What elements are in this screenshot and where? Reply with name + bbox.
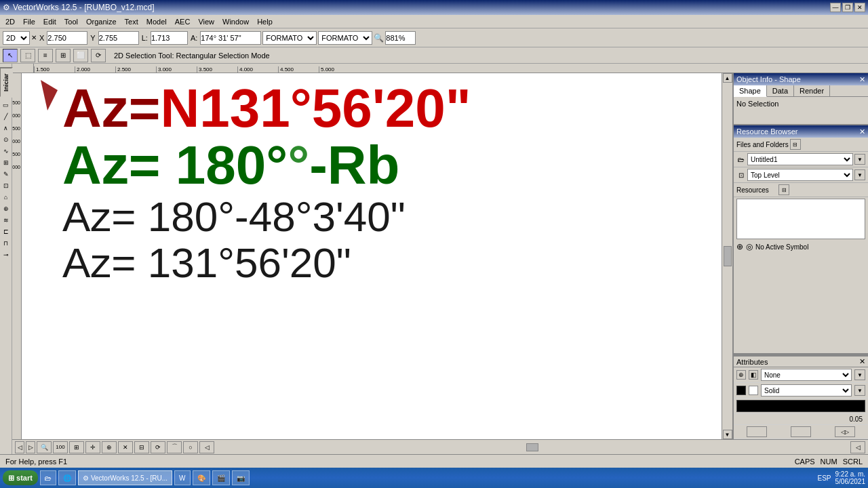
taskbar-vw-item[interactable]: ⚙ VectorWorks 12.5 - [RU...	[78, 470, 172, 485]
left-tool-4[interactable]: ∧	[1, 123, 12, 134]
snap-snap2[interactable]: ⊕	[102, 441, 117, 453]
snap-snap7[interactable]: ○	[183, 441, 198, 453]
left-tool-10[interactable]: ⌂	[1, 192, 12, 203]
canvas-line2: Az= 180°°-Rb	[62, 137, 471, 194]
menu-edit[interactable]: Edit	[39, 16, 60, 27]
attr-color-bar[interactable]	[736, 400, 865, 412]
snap-bottom-right[interactable]: ◁	[850, 441, 865, 453]
attr-close[interactable]: ✕	[859, 357, 865, 366]
menu-aec[interactable]: AEC	[171, 16, 195, 27]
left-tool-12[interactable]: ≋	[1, 215, 12, 226]
vertical-scrollbar[interactable]: ▲ ▼	[722, 73, 732, 439]
formato1-select[interactable]: FORMATO	[262, 31, 317, 45]
snap-zoom-in[interactable]: 🔍	[37, 441, 52, 453]
vscroll-thumb[interactable]	[724, 246, 732, 266]
selection-tool-marquee[interactable]: ⊞	[56, 49, 71, 62]
selection-tool-box[interactable]: ⬜	[73, 49, 88, 62]
attr-thickness-btn3[interactable]: ◁▷	[835, 426, 855, 437]
menu-bar: 2D File Edit Tool Organize Text Model AE…	[0, 15, 868, 28]
snap-left-arr[interactable]: ◁	[15, 441, 24, 453]
close-button[interactable]: ✕	[854, 3, 865, 12]
menu-model[interactable]: Model	[142, 16, 171, 27]
formato2-select[interactable]: FORMATO	[318, 31, 372, 45]
selection-tool-lasso[interactable]: ⬚	[20, 49, 35, 62]
attr-fill-select[interactable]: None	[761, 369, 852, 381]
tab-data[interactable]: Data	[767, 85, 794, 96]
titlebar-controls[interactable]: — ❐ ✕	[830, 3, 865, 12]
snap-snap3[interactable]: ✕	[118, 441, 133, 453]
canvas-area[interactable]: Az=N131°56'20" Az= 180°°-Rb Az= 180°-48°…	[22, 73, 722, 439]
iniciar-button[interactable]: Iniciar	[0, 67, 13, 98]
l-input[interactable]	[151, 31, 188, 45]
start-button[interactable]: ⊞ start	[3, 470, 38, 485]
vscroll-down[interactable]: ▼	[723, 430, 732, 439]
taskbar-app-5[interactable]: 🎬	[212, 470, 230, 485]
rb-level-select[interactable]: Top Level	[747, 169, 853, 181]
menu-help[interactable]: Help	[253, 16, 277, 27]
zoom-input[interactable]	[385, 31, 416, 45]
left-tool-14[interactable]: ⊓	[1, 238, 12, 249]
left-tool-5[interactable]: ⊙	[1, 134, 12, 145]
snap-right-arr[interactable]: ▷	[26, 441, 35, 453]
rb-file-arrow[interactable]: ▼	[854, 154, 865, 165]
tab-render[interactable]: Render	[794, 85, 830, 96]
snap-snap8[interactable]: ◁	[199, 441, 214, 453]
menu-view[interactable]: View	[194, 16, 218, 27]
snap-snap5[interactable]: ⟳	[151, 441, 165, 453]
selection-tool-rotate[interactable]: ⟳	[91, 49, 106, 62]
rb-files-icon[interactable]: ⊟	[790, 139, 801, 150]
selection-tool-polygon[interactable]: ≡	[38, 49, 53, 62]
left-tool-9[interactable]: ⊡	[1, 180, 12, 191]
taskbar-app-1[interactable]: 🗁	[40, 470, 56, 485]
attr-fill-arrow[interactable]: ▼	[854, 369, 865, 380]
snap-snap1[interactable]: ✛	[85, 441, 100, 453]
left-tool-11[interactable]: ⊕	[1, 203, 12, 214]
taskbar-app1-icon: 🗁	[45, 474, 52, 482]
taskbar-vw-icon: ⚙	[83, 474, 89, 482]
menu-organize[interactable]: Organize	[82, 16, 121, 27]
snap-grid[interactable]: ⊞	[69, 441, 84, 453]
rb-level-arrow[interactable]: ▼	[854, 169, 865, 180]
left-tool-7[interactable]: ⊞	[1, 157, 12, 168]
snap-zoom-out[interactable]: 100	[53, 441, 68, 453]
menu-text[interactable]: Text	[121, 16, 142, 27]
taskbar-layout: ESP	[817, 474, 831, 482]
y-input[interactable]	[98, 31, 139, 45]
attr-thickness-btn2[interactable]	[791, 426, 811, 437]
attr-line-select[interactable]: Solid	[761, 384, 852, 396]
menu-tool[interactable]: Tool	[60, 16, 82, 27]
vscroll-up[interactable]: ▲	[723, 73, 732, 83]
x-close-btn[interactable]: ✕	[31, 34, 37, 41]
left-tool-13[interactable]: ⊏	[1, 226, 12, 237]
attr-color-swatch[interactable]	[736, 386, 746, 395]
left-tool-3[interactable]: ╱	[1, 111, 12, 122]
tab-shape[interactable]: Shape	[734, 85, 767, 97]
menu-2d[interactable]: 2D	[1, 16, 19, 27]
attr-thickness-btn1[interactable]	[747, 426, 767, 437]
taskbar-app-4[interactable]: 🎨	[193, 470, 210, 485]
mode-select[interactable]: 2D	[3, 31, 30, 45]
menu-file[interactable]: File	[19, 16, 39, 27]
taskbar-app-3[interactable]: W	[174, 470, 190, 485]
menu-window[interactable]: Window	[218, 16, 253, 27]
hscroll-thumb[interactable]	[526, 443, 538, 451]
taskbar-app-2[interactable]: 🌐	[58, 470, 76, 485]
snap-snap4[interactable]: ⊟	[134, 441, 149, 453]
snap-snap6[interactable]: ⌒	[167, 441, 182, 453]
attr-line-icon	[749, 386, 758, 395]
attr-line-arrow[interactable]: ▼	[854, 385, 865, 396]
left-tool-6[interactable]: ∿	[1, 146, 12, 157]
left-tool-2[interactable]: ▭	[1, 100, 12, 110]
left-tool-15[interactable]: ⊸	[1, 249, 12, 260]
rb-close[interactable]: ✕	[859, 127, 865, 136]
x-input[interactable]	[47, 31, 87, 45]
selection-tool-rectangular[interactable]: ↖	[3, 49, 18, 62]
rb-file-select[interactable]: Untitled1	[747, 153, 853, 165]
maximize-button[interactable]: ❐	[842, 3, 853, 12]
obj-info-close[interactable]: ✕	[859, 75, 865, 84]
rb-resources-icon[interactable]: ⊟	[778, 184, 789, 195]
left-tool-8[interactable]: ✎	[1, 169, 12, 180]
minimize-button[interactable]: —	[830, 3, 841, 12]
taskbar-app-6[interactable]: 📷	[232, 470, 250, 485]
a-input[interactable]	[200, 31, 261, 45]
